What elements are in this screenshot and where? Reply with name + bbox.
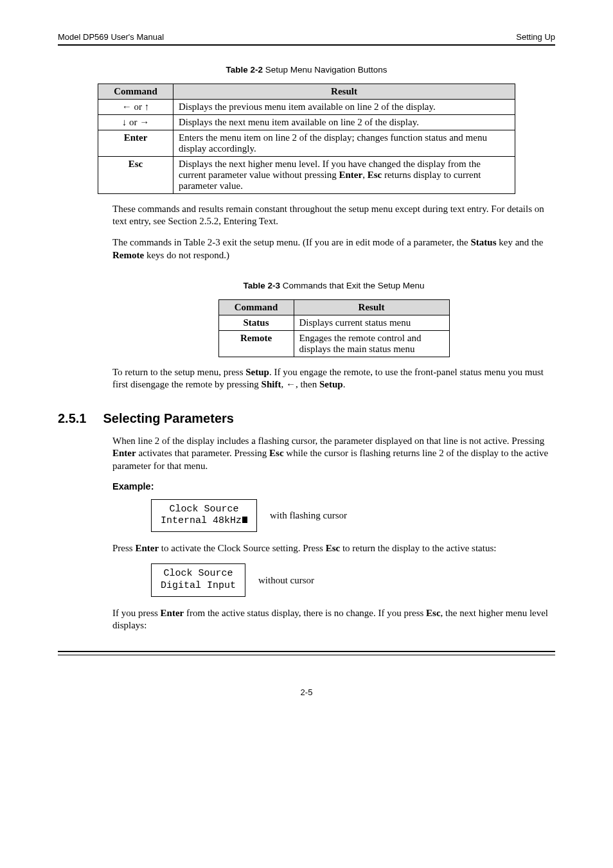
- col-header-result: Result: [173, 84, 515, 100]
- section-number: 2.5.1: [58, 411, 86, 426]
- paragraph: These commands and results remain consta…: [112, 203, 555, 227]
- bold: Enter: [135, 543, 159, 553]
- col-header-result: Result: [294, 299, 449, 315]
- text: key and the: [496, 237, 543, 247]
- text: to return the display to the active stat…: [340, 543, 496, 553]
- text: When line 2 of the display includes a fl…: [112, 436, 544, 446]
- bold: Status: [470, 237, 496, 247]
- footer-rule-thin: [58, 655, 555, 655]
- lcd-line-1: Clock Source: [161, 504, 247, 516]
- caption-bold: Table 2-2: [226, 65, 263, 75]
- lcd-display: Clock Source Internal 48kHz: [151, 499, 257, 533]
- footer-rule-thick: [58, 651, 555, 652]
- table-row: Esc Displays the next higher menu level.…: [98, 157, 515, 194]
- bold: Esc: [326, 543, 341, 553]
- bold: Setup: [319, 379, 343, 389]
- table-row: ↓ or → Displays the next menu item avail…: [98, 115, 515, 130]
- section-heading: 2.5.1 Selecting Parameters: [58, 411, 555, 426]
- text: to activate the Clock Source setting. Pr…: [159, 543, 326, 553]
- cmd-cell: Esc: [98, 157, 173, 194]
- header-right: Setting Up: [516, 32, 555, 42]
- header-left: Model DP569 User's Manual: [58, 32, 164, 42]
- cmd-cell: Enter: [98, 130, 173, 157]
- table-2-3: Command Result Status Displays current s…: [218, 299, 450, 357]
- table-row: Remote Engages the remote control and di…: [218, 330, 449, 357]
- caption-bold: Table 2-3: [244, 281, 281, 290]
- lcd-line-1: Clock Source: [161, 568, 236, 580]
- cmd-cell: Remote: [218, 330, 294, 357]
- paragraph: Press Enter to activate the Clock Source…: [112, 542, 555, 554]
- bold: Esc: [426, 608, 441, 618]
- table-2-2-caption: Table 2-2 Setup Menu Navigation Buttons: [58, 65, 555, 75]
- text: keys do not respond.): [144, 250, 229, 260]
- paragraph: To return to the setup menu, press Setup…: [112, 366, 555, 391]
- bold: Esc: [269, 448, 284, 458]
- cmd-cell: ← or ↑: [98, 100, 173, 115]
- table-row: Enter Enters the menu item on line 2 of …: [98, 130, 515, 157]
- lcd-line-2: Digital Input: [161, 580, 236, 592]
- bold: Shift: [262, 379, 281, 389]
- body-content: When line 2 of the display includes a fl…: [112, 435, 555, 632]
- body-content: These commands and results remain consta…: [112, 203, 555, 391]
- text: Internal 48kHz: [161, 515, 242, 526]
- section-title: Selecting Parameters: [103, 411, 233, 426]
- paragraph: If you press Enter from the active statu…: [112, 607, 555, 632]
- cmd-cell: ↓ or →: [98, 115, 173, 130]
- text: The commands in Table 2-3 exit the setup…: [112, 237, 470, 247]
- lcd-note: with flashing cursor: [270, 510, 347, 521]
- lcd-example-2: Clock Source Digital Input without curso…: [151, 563, 555, 597]
- page-number: 2-5: [58, 687, 555, 697]
- bold: Esc: [368, 170, 382, 180]
- col-header-command: Command: [98, 84, 173, 100]
- text: Press: [112, 543, 135, 553]
- result-cell: Displays the next menu item available on…: [173, 115, 515, 130]
- cmd-cell: Status: [218, 315, 294, 330]
- table-row: ← or ↑ Displays the previous menu item a…: [98, 100, 515, 115]
- running-header: Model DP569 User's Manual Setting Up: [58, 32, 555, 44]
- bold: Enter: [112, 448, 136, 458]
- text: from the active status display, there is…: [184, 608, 426, 618]
- text: To return to the setup menu, press: [112, 367, 245, 377]
- paragraph: The commands in Table 2-3 exit the setup…: [112, 236, 555, 261]
- lcd-example-1: Clock Source Internal 48kHz with flashin…: [151, 499, 555, 533]
- text: If you press: [112, 608, 161, 618]
- table-row: Command Result: [98, 84, 515, 100]
- result-cell: Enters the menu item on line 2 of the di…: [173, 130, 515, 157]
- lcd-line-2: Internal 48kHz: [161, 515, 247, 527]
- bold: Enter: [161, 608, 184, 618]
- table-2-3-caption: Table 2-3 Commands that Exit the Setup M…: [112, 281, 555, 290]
- example-label: Example:: [112, 481, 555, 492]
- lcd-display: Clock Source Digital Input: [151, 563, 245, 597]
- lcd-note: without cursor: [258, 575, 314, 586]
- bold: Remote: [112, 250, 144, 260]
- result-cell: Engages the remote control and displays …: [294, 330, 449, 357]
- result-cell: Displays current status menu: [294, 315, 449, 330]
- paragraph: When line 2 of the display includes a fl…: [112, 435, 555, 472]
- result-cell: Displays the next higher menu level. If …: [173, 157, 515, 194]
- text: .: [343, 379, 346, 389]
- table-2-2: Command Result ← or ↑ Displays the previ…: [98, 84, 515, 194]
- table-row: Command Result: [218, 299, 449, 315]
- caption-rest: Commands that Exit the Setup Menu: [283, 281, 425, 290]
- header-rule: [58, 44, 555, 46]
- table-row: Status Displays current status menu: [218, 315, 449, 330]
- page: Model DP569 User's Manual Setting Up Tab…: [0, 0, 613, 868]
- footer-rules: [58, 651, 555, 655]
- result-cell: Displays the previous menu item availabl…: [173, 100, 515, 115]
- text: ,: [362, 170, 368, 180]
- text: activates that parameter. Pressing: [136, 448, 269, 458]
- col-header-command: Command: [218, 299, 294, 315]
- bold: Enter: [339, 170, 363, 180]
- bold: Setup: [245, 367, 269, 377]
- cursor-icon: [242, 517, 247, 523]
- caption-rest: Setup Menu Navigation Buttons: [265, 65, 387, 75]
- text: , ←, then: [281, 379, 319, 389]
